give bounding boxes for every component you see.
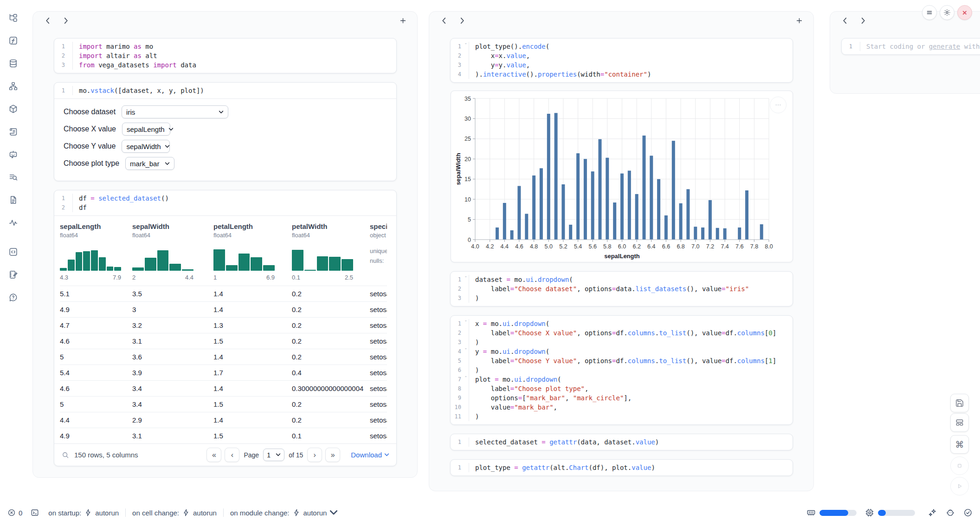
sidebar-item-chat-bot[interactable] (5, 146, 21, 163)
code-editor[interactable]: 1mo.vstack([dataset, x, y, plot]) (54, 83, 396, 98)
save-button[interactable] (950, 394, 969, 412)
collapse-left-icon[interactable] (41, 14, 53, 26)
fold-arrow-icon[interactable]: ˇ (464, 276, 467, 281)
sidebar-item-activity[interactable] (5, 214, 21, 231)
chart-bar (591, 171, 594, 240)
first-page-button[interactable]: « (206, 448, 221, 462)
fold-arrow-icon[interactable]: ˇ (464, 320, 467, 326)
chart-menu-button[interactable] (770, 97, 787, 113)
pagination: «‹Page1of 15›»Download (206, 448, 389, 462)
code-line: 1ˇplot_type().encode( (451, 42, 793, 51)
table-cell: 1.5 (213, 397, 292, 412)
sidebar-item-function-square[interactable] (5, 32, 21, 49)
code-token: mo (499, 376, 510, 383)
run-button[interactable] (950, 477, 969, 495)
sparkles-icon[interactable] (928, 508, 937, 517)
terminal-button[interactable] (31, 508, 39, 517)
code-editor[interactable]: 1ˇx = mo.ui.dropdown(2 label="Choose X v… (451, 316, 793, 424)
sidebar-item-dependency-graph[interactable] (5, 78, 21, 94)
connection-status-icon[interactable] (963, 508, 973, 517)
code-token: . (479, 71, 483, 78)
collapse-right-icon[interactable] (857, 14, 869, 26)
code-token: Start coding or (866, 43, 929, 50)
line-number: 1 (842, 42, 860, 51)
sidebar-item-database[interactable] (5, 55, 21, 72)
assistant-bot-icon[interactable] (946, 508, 955, 517)
dropdown-choose-y-value[interactable]: sepalWidth (122, 140, 170, 153)
code-token: ) (475, 339, 479, 346)
dropdown-choose-dataset[interactable]: iris (122, 105, 228, 118)
keyboard-shortcuts-button[interactable]: ⌘ (950, 435, 969, 454)
sidebar-item-file-tree[interactable] (5, 9, 21, 26)
layout-button[interactable] (950, 413, 969, 432)
column-range: 4.37.9 (60, 274, 121, 281)
line-number: 1 (54, 42, 73, 51)
sidebar-item-logs[interactable] (5, 169, 21, 185)
dropdown-choose-plot-type[interactable]: mark_bar (125, 157, 174, 170)
chart-bar (694, 227, 697, 240)
dropdown-choose-x-value[interactable]: sepalLength (122, 123, 170, 136)
last-page-button[interactable]: » (325, 448, 340, 462)
add-cell-icon[interactable] (397, 14, 409, 26)
table-cell: setosa (370, 333, 387, 349)
sidebar-item-package[interactable] (5, 100, 21, 117)
fold-arrow-icon[interactable]: ˇ (464, 376, 467, 381)
code-token: Chart (569, 464, 588, 471)
code-text: selected_dataset = getattr(data, dataset… (469, 437, 659, 447)
sidebar-item-help[interactable] (5, 289, 21, 306)
code-token: value (636, 438, 655, 446)
code-editor[interactable]: 1plot_type = getattr(alt.Chart(df), plot… (451, 460, 793, 475)
table-cell: 0.2 (292, 333, 370, 349)
code-editor[interactable]: 1ˇplot_type().encode(2 x=x.value,3 y=y.v… (451, 39, 793, 82)
code-text: x=x.value, (469, 51, 530, 60)
collapse-left-icon[interactable] (838, 14, 851, 26)
code-token: ( (557, 376, 561, 383)
page-select[interactable]: 1 (263, 449, 284, 461)
error-counter[interactable]: 0 (7, 508, 22, 517)
sidebar-item-snippets[interactable] (5, 243, 21, 260)
sidebar-item-script[interactable] (5, 123, 21, 140)
prev-page-button[interactable]: ‹ (225, 448, 239, 462)
next-page-button[interactable]: › (307, 448, 322, 462)
code-text: dataset = mo.ui.dropdown( (469, 275, 573, 284)
close-scratchpad-button[interactable]: × (957, 5, 972, 20)
code-editor[interactable]: 1selected_dataset = getattr(data, datase… (451, 434, 793, 450)
stop-button[interactable] (950, 456, 969, 475)
chart-bar (760, 224, 763, 240)
collapse-right-icon[interactable] (60, 14, 72, 26)
table-cell: 5 (60, 397, 132, 412)
chart-output[interactable]: 4.04.24.44.64.85.05.25.45.65.86.06.26.46… (451, 91, 793, 262)
sidebar-item-document[interactable] (5, 191, 21, 208)
code-text: y = mo.ui.dropdown( (469, 347, 549, 356)
code-token: x (475, 52, 495, 59)
code-editor[interactable]: 1import marimo as mo2import altair as al… (54, 39, 396, 73)
chart-bar (643, 136, 646, 240)
notebook-menu-button[interactable] (922, 5, 937, 20)
sidebar-item-scratchpad[interactable] (5, 266, 21, 283)
collapse-right-icon[interactable] (456, 14, 468, 26)
table-cell: 4.6 (60, 381, 132, 396)
code-token: ) (475, 294, 479, 302)
on-startup-setting[interactable]: on startup: autorun (48, 508, 119, 517)
code-token: y (499, 61, 503, 69)
chart-bar (745, 190, 748, 240)
code-token: ( (546, 43, 549, 50)
collapse-left-icon[interactable] (438, 14, 450, 26)
code-editor[interactable]: 1ˇdataset = mo.ui.dropdown(2 label="Choo… (451, 272, 793, 306)
on-cell-change-setting[interactable]: on cell change: autorun (132, 508, 217, 517)
code-token: ( (546, 320, 549, 327)
code-editor[interactable]: 1df = selected_dataset()2df (54, 190, 396, 215)
search-icon[interactable] (61, 451, 70, 459)
settings-button[interactable] (940, 5, 954, 20)
table-row: 53.41.50.2setosa (60, 396, 387, 412)
fold-arrow-icon[interactable]: ˇ (464, 348, 467, 353)
on-module-change-setting[interactable]: on module change: autorun (230, 508, 338, 517)
code-editor[interactable]: 1Start coding or generate with AI (842, 39, 980, 54)
add-cell-icon[interactable] (793, 14, 805, 26)
column-type: float64 (132, 232, 213, 239)
download-button[interactable]: Download (351, 451, 389, 459)
table-cell: 3.4 (132, 381, 213, 396)
fold-arrow-icon[interactable]: ˇ (464, 43, 467, 48)
histogram-bar (68, 260, 75, 271)
terminal-icon (31, 508, 39, 517)
